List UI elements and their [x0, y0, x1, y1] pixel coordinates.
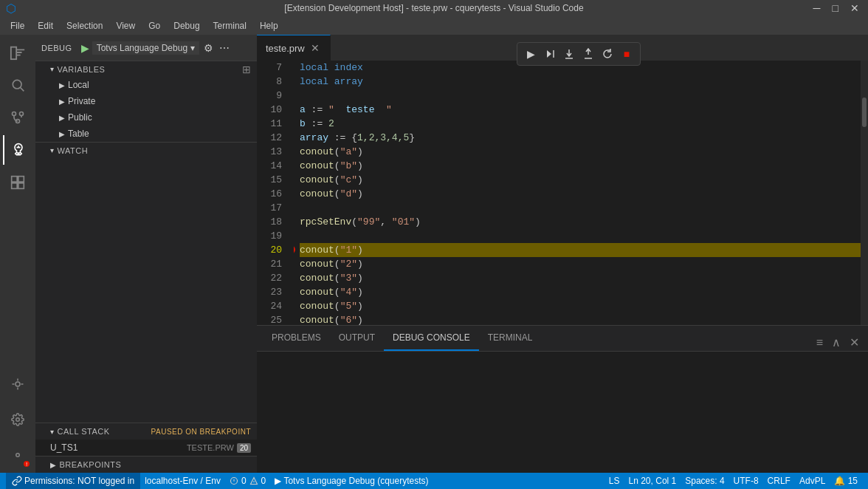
- token: 2: [328, 117, 334, 131]
- token: (: [334, 187, 340, 201]
- menu-file[interactable]: File: [4, 19, 30, 33]
- panel-tab-problems[interactable]: PROBLEMS: [263, 325, 330, 351]
- code-line-9[interactable]: [300, 89, 861, 103]
- menu-debug[interactable]: Debug: [168, 19, 205, 33]
- panel-tab-output[interactable]: OUTPUT: [330, 325, 384, 351]
- status-spaces[interactable]: Spaces: 4: [681, 476, 728, 486]
- code-line-8[interactable]: local array: [300, 75, 861, 89]
- status-remote[interactable]: Permissions: NOT logged in: [6, 473, 140, 489]
- code-line-10[interactable]: a := " teste ": [300, 103, 861, 117]
- menu-selection[interactable]: Selection: [61, 19, 108, 33]
- token: (: [334, 299, 340, 313]
- status-ls[interactable]: LS: [604, 476, 624, 486]
- code-line-15[interactable]: conout("c"): [300, 173, 861, 187]
- callstack-item[interactable]: U_TS1 TESTE.PRW 20: [35, 440, 257, 456]
- code-line-18[interactable]: rpcSetEnv("99", "01"): [300, 215, 861, 229]
- code-line-22[interactable]: conout("3"): [300, 271, 861, 285]
- code-line-16[interactable]: conout("d"): [300, 187, 861, 201]
- tab-close-btn[interactable]: ✕: [309, 42, 321, 54]
- token: "01": [392, 215, 415, 229]
- status-errors[interactable]: 0 0: [225, 476, 270, 486]
- code-line-25[interactable]: conout("6"): [300, 313, 861, 325]
- status-server[interactable]: localhost-Env / Env: [140, 476, 225, 486]
- dbg-restart-btn[interactable]: [599, 45, 616, 63]
- variables-table[interactable]: ▶ Table: [35, 126, 257, 142]
- variables-private[interactable]: ▶ Private: [35, 93, 257, 109]
- dbg-step-out-btn[interactable]: [579, 45, 597, 63]
- menu-go[interactable]: Go: [142, 19, 166, 33]
- code-line-20[interactable]: ➜conout("1"): [300, 243, 861, 257]
- code-line-12[interactable]: array := {1,2,3,4,5}: [300, 131, 861, 145]
- code-line-14[interactable]: conout("b"): [300, 159, 861, 173]
- debug-run-btn[interactable]: ▶: [81, 42, 89, 54]
- close-btn[interactable]: ✕: [847, 2, 862, 14]
- svg-rect-0: [11, 47, 16, 59]
- svg-point-1: [13, 80, 21, 89]
- watch-section: ▾ WATCH: [35, 142, 257, 276]
- code-line-11[interactable]: b := 2: [300, 117, 861, 131]
- local-arrow-icon: ▶: [59, 81, 65, 89]
- vertical-scrollbar[interactable]: [861, 61, 868, 325]
- menu-edit[interactable]: Edit: [32, 19, 59, 33]
- variables-expand-icon[interactable]: ⊞: [242, 64, 252, 75]
- svg-rect-8: [12, 183, 18, 189]
- variables-local[interactable]: ▶ Local: [35, 77, 257, 93]
- token: "1": [340, 243, 357, 257]
- panel-tab-debug-console[interactable]: DEBUG CONSOLE: [384, 325, 479, 351]
- panel-collapse-btn[interactable]: ∧: [829, 334, 844, 351]
- token: (: [334, 313, 340, 325]
- variables-public[interactable]: ▶ Public: [35, 109, 257, 126]
- dbg-continue-btn[interactable]: ▶: [522, 45, 540, 63]
- status-notifications[interactable]: 🔔 15: [830, 476, 862, 486]
- debug-config-btn[interactable]: ⚙: [202, 41, 215, 55]
- activity-search[interactable]: [3, 70, 32, 100]
- activity-debug[interactable]: [3, 135, 32, 165]
- menu-help[interactable]: Help: [254, 19, 284, 33]
- sidebar: DEBUG ▶ Totvs Language Debug ▾ ⚙ ⋯ ▾ VAR…: [35, 35, 257, 473]
- panel-list-btn[interactable]: ≡: [813, 335, 826, 351]
- callstack-header[interactable]: ▾ CALL STACK PAUSED ON BREAKPOINT: [35, 423, 257, 440]
- svg-point-11: [16, 418, 20, 422]
- token: conout: [300, 257, 334, 271]
- dbg-stop-btn[interactable]: ■: [618, 45, 636, 63]
- activity-extensions[interactable]: [3, 168, 32, 197]
- watch-header[interactable]: ▾ WATCH: [35, 142, 257, 158]
- breakpoints-header[interactable]: ▶ BREAKPOINTS: [35, 456, 257, 473]
- status-cursor[interactable]: Ln 20, Col 1: [624, 476, 681, 486]
- code-line-21[interactable]: conout("2"): [300, 257, 861, 271]
- menu-view[interactable]: View: [110, 19, 141, 33]
- token: "99": [357, 215, 380, 229]
- activity-settings[interactable]: [3, 405, 32, 434]
- panel-tab-terminal[interactable]: TERMINAL: [479, 325, 542, 351]
- code-line-23[interactable]: conout("4"): [300, 285, 861, 299]
- variables-header[interactable]: ▾ VARIABLES ⊞: [35, 61, 257, 77]
- code-line-13[interactable]: conout("a"): [300, 145, 861, 159]
- status-debug-run[interactable]: ▶ Totvs Language Debug (cquerytests): [270, 476, 433, 486]
- code-line-19[interactable]: [300, 229, 861, 243]
- code-line-17[interactable]: [300, 201, 861, 215]
- status-eol[interactable]: CRLF: [763, 476, 795, 486]
- dbg-step-over-btn[interactable]: [541, 45, 559, 63]
- watch-collapse-icon: ▾: [50, 146, 55, 154]
- maximize-btn[interactable]: □: [830, 2, 841, 14]
- code-editor[interactable]: 7891011121314151617181920212223242526272…: [257, 61, 868, 325]
- activity-scm[interactable]: [3, 103, 32, 132]
- minimize-btn[interactable]: ─: [810, 2, 824, 14]
- status-language[interactable]: AdvPL: [795, 476, 830, 486]
- debug-more-btn[interactable]: ⋯: [218, 41, 231, 55]
- code-line-24[interactable]: conout("5"): [300, 299, 861, 313]
- token: }: [409, 131, 415, 145]
- status-encoding[interactable]: UTF-8: [729, 476, 763, 486]
- token: "2": [340, 257, 357, 271]
- debug-toolbar: DEBUG ▶ Totvs Language Debug ▾ ⚙ ⋯: [35, 35, 257, 61]
- token: a: [300, 103, 306, 117]
- debug-dropdown[interactable]: Totvs Language Debug ▾: [92, 41, 199, 55]
- tab-teste-prw[interactable]: teste.prw ✕: [257, 35, 331, 61]
- dbg-step-into-btn[interactable]: [560, 45, 578, 63]
- activity-settings-badge[interactable]: !: [3, 440, 32, 470]
- panel-close-btn[interactable]: ✕: [847, 334, 862, 351]
- activity-explorer[interactable]: [3, 38, 32, 67]
- activity-remote[interactable]: [3, 369, 32, 399]
- menu-terminal[interactable]: Terminal: [207, 19, 252, 33]
- breakpoints-collapse-icon: ▶: [50, 461, 57, 469]
